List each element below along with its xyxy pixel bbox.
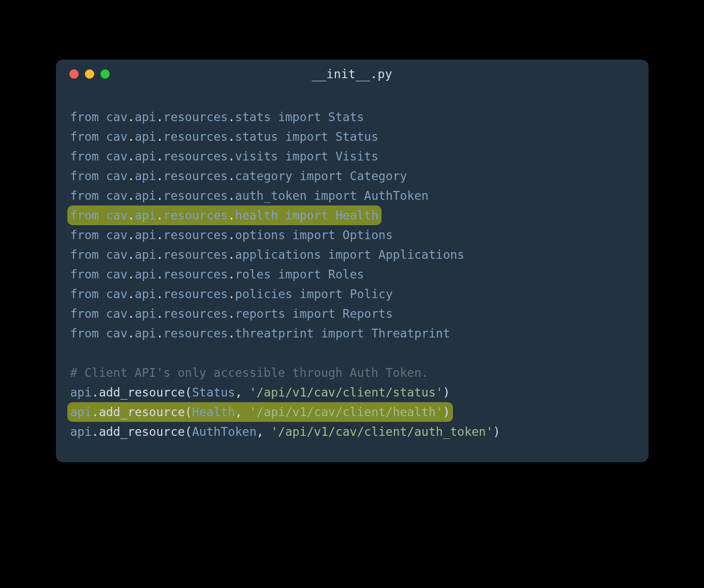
- code-line: from cav.api.resources.health import Hea…: [60, 205, 644, 225]
- zoom-icon[interactable]: [100, 69, 110, 79]
- window-title: __init__.py: [56, 67, 649, 81]
- code-line: from cav.api.resources.reports import Re…: [60, 304, 644, 324]
- code-line: from cav.api.resources.applications impo…: [60, 245, 644, 264]
- titlebar: __init__.py: [56, 60, 649, 89]
- code-line: [60, 343, 644, 363]
- code-line: from cav.api.resources.options import Op…: [60, 225, 644, 245]
- code-line: api.add_resource(Health, '/api/v1/cav/cl…: [60, 402, 644, 422]
- code-line: from cav.api.resources.status import Sta…: [60, 127, 644, 146]
- minimize-icon[interactable]: [85, 69, 94, 79]
- code-comment: # Client API's only accessible through A…: [60, 363, 644, 383]
- window-controls: [69, 69, 110, 79]
- code-line: from cav.api.resources.auth_token import…: [60, 186, 644, 205]
- code-line: from cav.api.resources.threatprint impor…: [60, 324, 644, 343]
- code-line: from cav.api.resources.visits import Vis…: [60, 146, 644, 166]
- code-line: from cav.api.resources.stats import Stat…: [60, 107, 644, 127]
- editor-window: __init__.py from cav.api.resources.stats…: [56, 60, 649, 462]
- code-line: from cav.api.resources.category import C…: [60, 166, 644, 186]
- code-editor[interactable]: from cav.api.resources.stats import Stat…: [56, 89, 649, 462]
- close-icon[interactable]: [69, 69, 79, 79]
- code-line: from cav.api.resources.roles import Role…: [60, 264, 644, 284]
- code-line: api.add_resource(Status, '/api/v1/cav/cl…: [60, 383, 644, 402]
- code-line: from cav.api.resources.policies import P…: [60, 284, 644, 304]
- code-line: api.add_resource(AuthToken, '/api/v1/cav…: [60, 422, 644, 442]
